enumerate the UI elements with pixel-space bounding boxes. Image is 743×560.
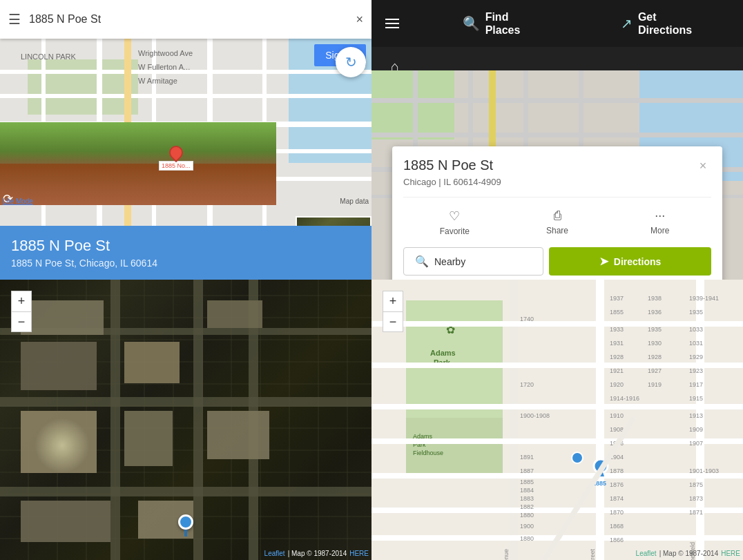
block-num: 1031	[689, 340, 703, 347]
pin-head	[166, 143, 186, 162]
block-num: 1880	[520, 535, 534, 542]
block-num: 1878	[610, 467, 624, 474]
block-num: 1920	[610, 381, 624, 388]
light-glare	[35, 418, 90, 473]
map-label: W Fullerton A...	[138, 63, 190, 71]
block-num: 1929	[689, 354, 703, 360]
h-street	[372, 321, 743, 327]
map-label: LINCOLN PARK	[21, 52, 76, 61]
more-icon: ···	[655, 209, 665, 223]
map-footer: Lite Mode Map data	[0, 197, 372, 205]
here-link[interactable]: HERE	[721, 550, 740, 557]
secondary-pin	[572, 452, 583, 463]
block-num: 1923	[689, 367, 703, 374]
map-label: W Armitage	[138, 77, 177, 85]
place-info-panel: 1885 N Poe St 1885 N Poe St, Chicago, IL…	[0, 226, 372, 280]
sat-building	[21, 501, 110, 542]
street-name-label: North Poe Street	[589, 549, 596, 560]
nearby-button[interactable]: 🔍 Nearby	[403, 247, 543, 276]
menu-line	[385, 27, 399, 28]
block-num: 1927	[648, 367, 662, 374]
nearby-label: Nearby	[434, 256, 465, 267]
leaflet-link[interactable]: Leaflet	[264, 550, 285, 557]
sat-building	[124, 342, 180, 383]
road	[0, 94, 372, 98]
zoom-in-button[interactable]: +	[383, 291, 403, 311]
directions-label: Directions	[614, 256, 661, 267]
road	[372, 133, 743, 137]
map-data-label: Map data	[340, 197, 369, 205]
arrow-icon: ➤	[599, 255, 608, 268]
block-num: 1880	[520, 512, 534, 519]
here-link[interactable]: HERE	[349, 550, 369, 557]
menu-line	[385, 19, 399, 20]
block-num: 1884	[520, 487, 534, 494]
menu-line	[385, 23, 399, 24]
block-num: 1921	[610, 367, 624, 374]
menu-icon[interactable]: ☰	[8, 11, 21, 28]
block-num: 1907	[689, 440, 703, 447]
lite-mode-link[interactable]: Lite Mode	[3, 197, 33, 205]
close-icon[interactable]: ×	[356, 12, 363, 27]
block-num: 1938	[648, 295, 662, 302]
hamburger-icon	[385, 19, 399, 28]
pin-tail	[184, 530, 187, 537]
location-pin: 1885 No...	[159, 146, 193, 171]
more-action[interactable]: ··· More	[608, 206, 711, 239]
sat-building	[21, 300, 104, 335]
card-actions: ♡ Favorite ⎙ Share ··· More	[403, 197, 711, 239]
block-num: 1868	[610, 523, 624, 530]
block-num: 1887	[520, 467, 534, 474]
street-view-image: ⟳	[0, 122, 276, 205]
map-footer: Leaflet | Map © 1987-2014 HERE	[264, 550, 369, 557]
zoom-out-button[interactable]: −	[383, 311, 403, 332]
block-num: 1870	[610, 509, 624, 516]
block-num: 1939-1941	[689, 295, 719, 302]
sat-road-v	[110, 280, 120, 560]
block-num: 1933	[610, 326, 624, 333]
pin-circle	[178, 514, 193, 530]
get-directions-button[interactable]: ↗ Get Directions	[575, 5, 737, 42]
address-input[interactable]	[29, 13, 347, 26]
menu-button[interactable]	[377, 8, 407, 39]
h-street	[372, 404, 743, 409]
favorite-action[interactable]: ♡ Favorite	[403, 206, 506, 239]
place-info-card: 1885 N Poe St × Chicago | IL 60614-4909 …	[392, 146, 722, 280]
sat-building	[124, 411, 173, 466]
app-header: 🔍 Find Places ↗ Get Directions	[372, 0, 743, 47]
copyright-text: | Map © 1987-2014	[288, 550, 347, 557]
block-num: 1883	[520, 495, 534, 502]
block-num: 1917	[689, 381, 703, 388]
location-pin	[178, 514, 193, 537]
place-name: 1885 N Poe St	[11, 237, 360, 255]
leaflet-link[interactable]: Leaflet	[636, 550, 657, 557]
card-buttons: 🔍 Nearby ➤ Directions	[403, 247, 711, 276]
share-icon: ⎙	[554, 209, 561, 223]
block-num: 1919	[648, 381, 662, 388]
card-header: 1885 N Poe St ×	[403, 157, 711, 174]
share-action[interactable]: ⎙ Share	[506, 206, 609, 239]
block-num: 1720	[520, 381, 534, 388]
zoom-out-button[interactable]: −	[11, 311, 32, 332]
block-num: 1855	[610, 309, 624, 316]
block-num: 1885	[520, 479, 534, 485]
close-button[interactable]: ×	[695, 157, 711, 174]
more-label: More	[650, 226, 669, 235]
block-num: 1901-1903	[689, 467, 719, 474]
map-label: Wrightwood Ave	[138, 49, 193, 57]
share-label: Share	[546, 226, 568, 235]
search-icon: 🔍	[463, 15, 480, 32]
road	[372, 98, 743, 103]
zoom-in-button[interactable]: +	[11, 291, 32, 311]
find-places-button[interactable]: 🔍 Find Places	[410, 5, 572, 42]
block-num: 1928	[648, 354, 662, 360]
block-num: 1914-1916	[610, 395, 639, 402]
get-directions-label: Get Directions	[638, 10, 692, 37]
direction-button[interactable]: ↻	[336, 47, 366, 77]
map-footer: Leaflet | Map © 1987-2014 HERE	[636, 550, 740, 557]
block-num: 1936	[648, 309, 662, 316]
block-num: 1909	[689, 426, 703, 433]
directions-button[interactable]: ➤ Directions	[549, 247, 711, 276]
card-title: 1885 N Poe St	[403, 157, 493, 173]
sat-building	[21, 342, 97, 390]
